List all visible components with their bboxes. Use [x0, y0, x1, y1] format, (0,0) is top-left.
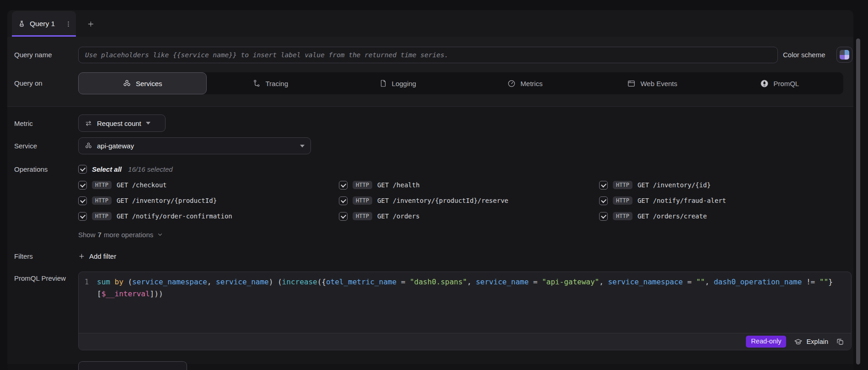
operation-checkbox[interactable]: [78, 212, 87, 221]
color-scheme-swatch-icon: [840, 50, 849, 60]
operation-item: HTTP GET /notify/fraud-alert: [599, 195, 852, 206]
service-dropdown[interactable]: api-gateway: [78, 137, 311, 154]
query-name-input[interactable]: [78, 47, 778, 63]
show-more-text: more operations: [104, 231, 153, 239]
query-tab-strip: [7, 10, 853, 37]
operation-item: HTTP GET /checkout: [78, 180, 339, 190]
http-badge: HTTP: [613, 196, 632, 205]
chevron-down-icon: [300, 145, 305, 147]
tab-web-events[interactable]: Web Events: [589, 72, 716, 94]
http-badge: HTTP: [613, 212, 632, 220]
operation-text: GET /notify/fraud-alert: [638, 197, 726, 204]
http-badge: HTTP: [353, 196, 372, 205]
operation-text: GET /orders: [377, 212, 420, 220]
query-tab-label: Query 1: [30, 20, 55, 28]
operation-checkbox[interactable]: [78, 196, 87, 205]
tab-tracing[interactable]: Tracing: [207, 72, 334, 94]
operation-text: GET /orders/create: [638, 212, 707, 220]
metrics-icon: [507, 79, 516, 88]
http-badge: HTTP: [353, 181, 372, 189]
show-more-count: 7: [98, 231, 102, 239]
tab-metrics[interactable]: Metrics: [461, 72, 589, 94]
services-icon: [85, 142, 92, 150]
operation-text: GET /inventory/{productId}/reserve: [377, 197, 509, 204]
promql-code-line-2: [$__interval])): [97, 288, 163, 300]
tab-tracing-label: Tracing: [266, 80, 288, 87]
http-badge: HTTP: [353, 212, 372, 220]
next-control-cutoff[interactable]: [78, 361, 187, 370]
show-more-text: Show: [78, 231, 96, 239]
operation-item: HTTP GET /inventory/{productId}/reserve: [339, 195, 599, 206]
operation-checkbox[interactable]: [339, 212, 348, 221]
web-events-icon: [627, 79, 636, 88]
http-badge: HTTP: [92, 196, 112, 205]
operation-checkbox[interactable]: [339, 181, 348, 190]
selected-count: 16/16 selected: [128, 165, 173, 173]
operation-item: HTTP GET /health: [339, 180, 599, 190]
operation-checkbox[interactable]: [599, 181, 608, 190]
metric-dropdown[interactable]: Request count: [78, 114, 166, 132]
readonly-badge: Read-only: [746, 336, 786, 347]
operation-text: GET /notify/order-confirmation: [117, 212, 232, 220]
add-query-button[interactable]: [84, 17, 97, 30]
operation-item: HTTP GET /inventory/{id}: [599, 180, 852, 190]
query-name-label: Query name: [14, 51, 52, 59]
operation-text: GET /health: [377, 181, 420, 189]
services-icon: [123, 79, 131, 88]
explain-button[interactable]: Explain: [794, 337, 828, 346]
add-filter-label: Add filter: [89, 252, 116, 260]
operation-text: GET /checkout: [117, 181, 167, 189]
select-all-row: Select all 16/16 selected: [78, 164, 173, 174]
tab-web-events-label: Web Events: [640, 80, 677, 87]
select-all-label: Select all: [92, 165, 122, 173]
add-filter-button[interactable]: Add filter: [78, 251, 116, 261]
explain-label: Explain: [806, 338, 828, 345]
show-more-operations-button[interactable]: Show 7 more operations: [78, 230, 163, 239]
http-badge: HTTP: [92, 181, 112, 189]
kebab-menu-icon[interactable]: [63, 18, 73, 30]
operation-checkbox[interactable]: [78, 181, 87, 190]
tab-services-label: Services: [136, 80, 162, 87]
filters-label: Filters: [14, 252, 33, 260]
graduation-cap-icon: [794, 337, 803, 346]
vertical-scrollbar[interactable]: [856, 38, 860, 365]
operation-item: HTTP GET /orders: [339, 211, 599, 222]
http-badge: HTTP: [613, 181, 632, 189]
tracing-icon: [252, 79, 261, 88]
color-scheme-button[interactable]: [836, 47, 852, 63]
service-dropdown-value: api-gateway: [97, 142, 134, 150]
tab-services[interactable]: Services: [78, 72, 207, 94]
http-badge: HTTP: [92, 212, 112, 220]
metric-dropdown-value: Request count: [97, 120, 141, 127]
tab-promql[interactable]: PromQL: [716, 72, 844, 94]
select-all-checkbox[interactable]: [78, 165, 87, 174]
color-scheme-label: Color scheme: [783, 51, 825, 59]
operations-grid: HTTP GET /checkout HTTP GET /health HTTP…: [78, 180, 852, 222]
promql-icon: [760, 79, 769, 88]
swap-arrows-icon: [85, 120, 92, 127]
promql-code-area: 1 sum by (service_namespace, service_nam…: [79, 272, 851, 333]
operation-item: HTTP GET /orders/create: [599, 211, 852, 222]
operation-checkbox[interactable]: [599, 196, 608, 205]
operation-checkbox[interactable]: [599, 212, 608, 221]
operation-item: HTTP GET /inventory/{productId}: [78, 195, 339, 206]
flask-icon: [18, 20, 26, 28]
tab-logging-label: Logging: [392, 80, 416, 87]
query-builder-screen: Query 1 Query name Color scheme Query on: [0, 0, 868, 370]
copy-icon[interactable]: [836, 337, 844, 346]
tab-metrics-label: Metrics: [520, 80, 542, 87]
promql-toolbar: Read-only Explain: [79, 333, 851, 350]
tab-promql-label: PromQL: [773, 80, 799, 87]
tab-query-1[interactable]: Query 1: [12, 11, 76, 37]
service-label: Service: [14, 142, 37, 150]
chevron-down-icon: [146, 122, 150, 125]
logging-icon: [379, 79, 387, 87]
operation-item: HTTP GET /notify/order-confirmation: [78, 211, 339, 222]
operation-text: GET /inventory/{productId}: [117, 197, 217, 204]
operation-checkbox[interactable]: [339, 196, 348, 205]
promql-code-editor[interactable]: 1 sum by (service_namespace, service_nam…: [78, 272, 852, 350]
operation-text: GET /inventory/{id}: [638, 181, 711, 189]
promql-preview-label: PromQL Preview: [14, 274, 66, 282]
tab-logging[interactable]: Logging: [334, 72, 461, 94]
query-on-label: Query on: [14, 79, 43, 87]
